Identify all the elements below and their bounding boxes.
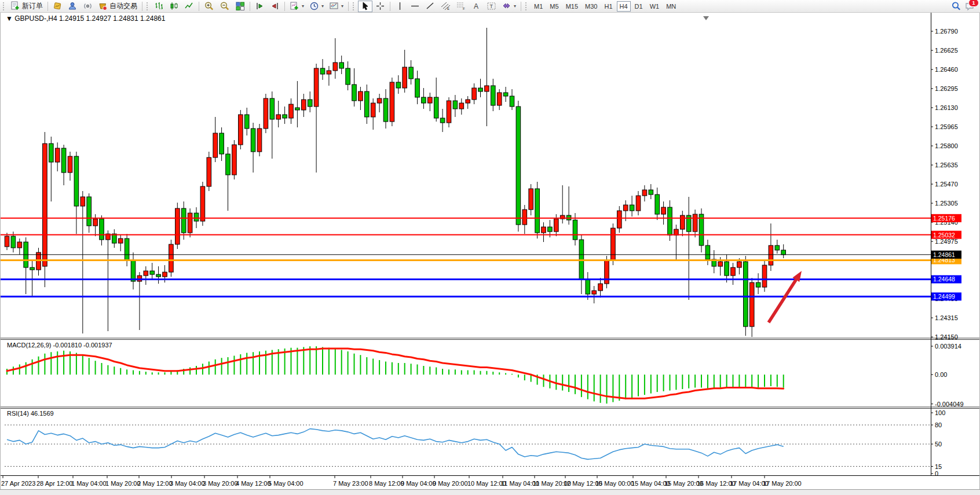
zoom-in-button[interactable] [202, 1, 217, 12]
candle-body [466, 100, 470, 103]
price-axis-label: 1.25800 [935, 142, 958, 149]
candle-body [333, 63, 338, 71]
line-chart-icon [184, 1, 194, 11]
candle-body [270, 98, 275, 119]
candle-body [781, 250, 786, 255]
candle-body [762, 265, 767, 287]
candle-body [244, 115, 249, 129]
search-icon [951, 1, 961, 12]
market-watch-button[interactable] [50, 1, 65, 12]
candle-body [623, 205, 628, 211]
zoom-in-icon [204, 1, 214, 12]
tab-timeframe-D1[interactable]: D1 [632, 1, 646, 12]
time-axis-label: 5 May 04:00 [268, 480, 303, 487]
toolbar-separator [199, 2, 199, 11]
toolbar-grip[interactable] [525, 2, 528, 10]
chart-title: ▼ GBPUSD-,H4 1.24915 1.24927 1.24831 1.2… [6, 14, 166, 23]
candle-body [314, 68, 319, 107]
candle-body [371, 103, 375, 117]
zoom-out-button[interactable] [217, 1, 232, 12]
candle-body [573, 220, 577, 240]
rsi-axis-label: 15 [935, 463, 942, 470]
tab-timeframe-MN[interactable]: MN [663, 1, 679, 12]
candle-body [503, 93, 508, 96]
equidistant-channel-tool-button[interactable]: E [438, 1, 453, 12]
tile-windows-button[interactable] [233, 1, 247, 12]
toolbar-separator [521, 2, 521, 11]
candle-body [352, 85, 357, 101]
chart-window[interactable]: 1.267901.266251.264601.262951.261301.259… [0, 13, 980, 495]
candle-body [554, 219, 559, 232]
candle-body [510, 96, 514, 107]
candle-body [276, 115, 281, 119]
candle-body [693, 214, 697, 232]
toolbar: 新订单 自动交易 [0, 0, 980, 13]
level-price-badge: 1.25032 [933, 232, 955, 239]
candle-body [49, 144, 54, 162]
candle-body [491, 86, 496, 105]
candle-body [428, 97, 433, 103]
time-axis-label: 27 Apr 2023 [1, 480, 35, 487]
tile-windows-icon [235, 1, 245, 11]
candle-body [617, 211, 622, 228]
candle-body [163, 272, 167, 277]
text-label-tool-button[interactable]: T [484, 1, 499, 12]
crosshair-tool-button[interactable] [373, 1, 387, 12]
tab-timeframe-M30[interactable]: M30 [582, 1, 600, 12]
cursor-tool-button[interactable] [358, 1, 372, 12]
chevron-down-icon: ▾ [321, 3, 324, 9]
candle-body [542, 227, 546, 233]
new-order-button[interactable]: 新订单 [8, 1, 45, 12]
price-axis-label: 1.26295 [935, 85, 958, 92]
candle-body [775, 245, 780, 250]
time-axis-label: 4 May 12:00 [236, 480, 271, 487]
rsi-axis-label: 100 [935, 409, 945, 416]
time-axis-label: 15 May 00:00 [595, 480, 634, 487]
candle-body [55, 148, 60, 162]
clock-icon [309, 1, 319, 11]
candle-body [36, 252, 41, 270]
autotrading-button[interactable]: 自动交易 [96, 1, 140, 12]
signal-button[interactable] [81, 1, 95, 12]
toolbar-grip[interactable] [3, 2, 6, 10]
indicators-button[interactable]: ▾ [287, 1, 306, 12]
horizontal-line-tool-button[interactable] [408, 1, 422, 12]
timeframe-group: M1M5M15M30H1H4D1W1MN [531, 1, 679, 12]
candle-body [592, 291, 597, 294]
tab-timeframe-M15[interactable]: M15 [563, 1, 581, 12]
bar-chart-mode-button[interactable] [152, 1, 166, 12]
candlestick-mode-button[interactable] [167, 1, 181, 12]
trendline-tool-button[interactable] [423, 1, 437, 12]
tab-timeframe-M1[interactable]: M1 [531, 1, 546, 12]
time-axis-label: 10 May 12:00 [467, 480, 506, 487]
candle-body [447, 101, 451, 123]
candle-body [200, 186, 205, 221]
candle-body [131, 261, 136, 281]
tab-timeframe-H4[interactable]: H4 [617, 1, 631, 12]
macd-indicator-label: MACD(12,26,9) -0.001810 -0.001937 [7, 342, 112, 349]
notification-badge: 1 [968, 0, 979, 7]
price-axis-label: 1.26460 [935, 66, 958, 73]
line-chart-mode-button[interactable] [182, 1, 196, 12]
fibonacci-tool-button[interactable]: F [454, 1, 469, 12]
toolbar-grip[interactable] [147, 2, 149, 10]
text-tool-button[interactable]: A [469, 1, 484, 12]
data-window-button[interactable] [65, 1, 80, 12]
autotrading-label: 自动交易 [109, 1, 137, 11]
periods-button[interactable]: ▾ [307, 1, 326, 12]
tab-timeframe-H1[interactable]: H1 [601, 1, 615, 12]
auto-scroll-button[interactable] [253, 1, 267, 12]
candle-body [459, 103, 464, 109]
notifications-button[interactable]: 1 [964, 1, 975, 12]
toolbar-grip[interactable] [353, 2, 356, 10]
templates-button[interactable]: ▾ [327, 1, 346, 12]
chart-shift-button[interactable] [268, 1, 282, 12]
candle-body [156, 274, 161, 277]
autotrading-icon [98, 1, 108, 11]
vertical-line-tool-button[interactable] [393, 1, 407, 12]
tab-timeframe-M5[interactable]: M5 [547, 1, 561, 12]
tab-timeframe-W1[interactable]: W1 [647, 1, 663, 12]
candle-body [516, 107, 521, 225]
search-button[interactable] [949, 1, 964, 12]
arrows-tool-button[interactable]: ▾ [499, 1, 518, 12]
